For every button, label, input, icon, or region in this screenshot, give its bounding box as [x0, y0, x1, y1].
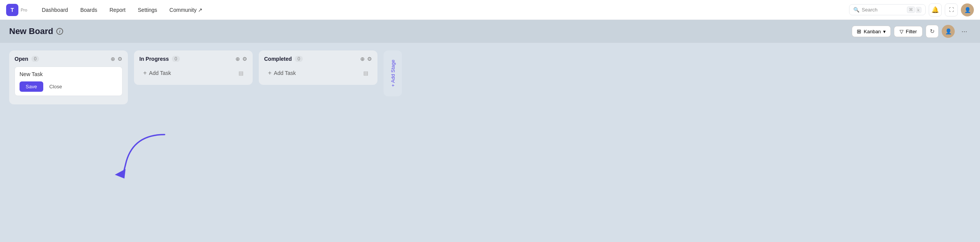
- column-completed-icons: ⊕ ⚙: [360, 56, 372, 62]
- filter-label: Filter: [906, 29, 917, 34]
- add-stage-button[interactable]: + Add Stage: [384, 50, 402, 96]
- board-actions: ⊞ Kanban ▾ ▽ Filter ↻ 👤 ···: [852, 25, 971, 38]
- close-task-button[interactable]: Close: [46, 81, 65, 92]
- board-avatar[interactable]: 👤: [942, 25, 955, 38]
- search-icon: 🔍: [853, 7, 859, 13]
- kanban-icon: ⊞: [857, 28, 861, 34]
- task-input-actions: Save Close: [20, 81, 118, 92]
- search-box[interactable]: 🔍 Search ⌘ k: [849, 4, 926, 15]
- logo-area: T Pro: [6, 4, 27, 16]
- add-task-completed-button[interactable]: + Add Task ▤: [264, 67, 372, 80]
- plus-icon: +: [143, 70, 147, 76]
- board-title-area: New Board i: [9, 26, 63, 36]
- column-in-progress-header: In Progress 0 ⊕ ⚙: [139, 56, 247, 62]
- nav-report[interactable]: Report: [104, 5, 131, 15]
- search-shortcut: ⌘ k: [907, 6, 922, 13]
- column-open-add-icon[interactable]: ⊕: [111, 56, 115, 62]
- column-open: Open 0 ⊕ ⚙ Save Close: [9, 50, 128, 104]
- plus-icon-completed: +: [268, 70, 271, 76]
- filter-icon: ▽: [900, 29, 903, 34]
- board-header: New Board i ⊞ Kanban ▾ ▽ Filter ↻ 👤 ···: [0, 20, 980, 43]
- add-task-completed-left: + Add Task: [268, 70, 296, 76]
- nav-community[interactable]: Community ↗: [164, 5, 208, 15]
- search-placeholder: Search: [862, 7, 877, 13]
- task-input-area: Save Close: [15, 67, 122, 96]
- add-task-completed-label: Add Task: [274, 70, 296, 76]
- add-task-in-progress-button[interactable]: + Add Task ▤: [139, 67, 247, 80]
- kbd-cmd: ⌘: [907, 6, 915, 13]
- column-in-progress-title-area: In Progress 0: [139, 56, 180, 62]
- column-completed-title-area: Completed 0: [264, 56, 303, 62]
- fullscreen-icon: ⛶: [949, 7, 954, 13]
- refresh-icon: ↻: [930, 28, 935, 35]
- column-open-count: 0: [31, 56, 39, 62]
- board-info-button[interactable]: i: [56, 28, 63, 35]
- nav-boards[interactable]: Boards: [75, 5, 103, 15]
- task-input[interactable]: [20, 71, 118, 77]
- filter-button[interactable]: ▽ Filter: [894, 26, 923, 37]
- avatar-image: 👤: [964, 7, 971, 13]
- add-stage-label: + Add Stage: [390, 60, 396, 87]
- column-in-progress-count: 0: [172, 56, 180, 62]
- pro-badge: Pro: [21, 8, 27, 12]
- column-open-title: Open: [15, 56, 28, 62]
- column-completed-add-icon[interactable]: ⊕: [360, 56, 365, 62]
- save-task-button[interactable]: Save: [20, 81, 43, 92]
- column-in-progress-title: In Progress: [139, 56, 169, 62]
- column-open-header: Open 0 ⊕ ⚙: [15, 56, 122, 62]
- kbd-k: k: [916, 7, 922, 13]
- add-task-label: Add Task: [149, 70, 171, 76]
- topnav-right: 🔍 Search ⌘ k 🔔 ⛶ 👤: [849, 3, 974, 16]
- add-task-left: + Add Task: [143, 70, 171, 76]
- column-open-title-area: Open 0: [15, 56, 39, 62]
- avatar[interactable]: 👤: [961, 3, 974, 16]
- column-in-progress: In Progress 0 ⊕ ⚙ + Add Task ▤: [134, 50, 253, 85]
- refresh-button[interactable]: ↻: [926, 25, 939, 38]
- topnav: T Pro Dashboard Boards Report Settings C…: [0, 0, 980, 20]
- column-completed-title: Completed: [264, 56, 292, 62]
- nav-links: Dashboard Boards Report Settings Communi…: [36, 5, 849, 15]
- column-in-progress-add-icon[interactable]: ⊕: [235, 56, 240, 62]
- column-completed-header: Completed 0 ⊕ ⚙: [264, 56, 372, 62]
- fullscreen-button[interactable]: ⛶: [945, 3, 958, 16]
- view-kanban-button[interactable]: ⊞ Kanban ▾: [852, 26, 891, 37]
- logo-icon[interactable]: T: [6, 4, 18, 16]
- board-content: Open 0 ⊕ ⚙ Save Close In P: [0, 43, 980, 242]
- column-in-progress-settings-icon[interactable]: ⚙: [242, 56, 247, 62]
- kanban-label: Kanban: [864, 29, 881, 34]
- nav-dashboard[interactable]: Dashboard: [36, 5, 74, 15]
- board-title: New Board: [9, 26, 53, 36]
- more-options-button[interactable]: ···: [958, 25, 971, 38]
- more-icon: ···: [961, 28, 967, 36]
- column-completed-count: 0: [295, 56, 303, 62]
- board-avatar-image: 👤: [945, 28, 952, 34]
- notifications-button[interactable]: 🔔: [929, 3, 942, 16]
- column-in-progress-icons: ⊕ ⚙: [235, 56, 247, 62]
- column-open-settings-icon[interactable]: ⚙: [118, 56, 122, 62]
- column-completed-settings-icon[interactable]: ⚙: [367, 56, 372, 62]
- info-icon: i: [59, 29, 60, 34]
- board-wrapper: Open 0 ⊕ ⚙ Save Close In P: [0, 43, 980, 242]
- chevron-down-icon: ▾: [883, 29, 886, 34]
- template-icon-completed: ▤: [363, 70, 368, 76]
- column-open-icons: ⊕ ⚙: [111, 56, 122, 62]
- bell-icon: 🔔: [931, 6, 939, 13]
- template-icon: ▤: [238, 70, 243, 76]
- column-completed: Completed 0 ⊕ ⚙ + Add Task ▤: [259, 50, 377, 85]
- nav-settings[interactable]: Settings: [132, 5, 163, 15]
